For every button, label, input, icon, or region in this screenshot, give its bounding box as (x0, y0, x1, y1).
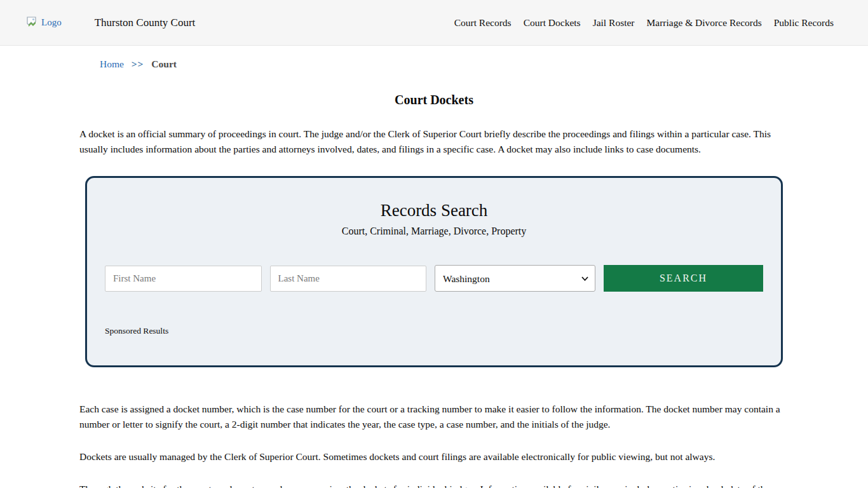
nav-jail-roster[interactable]: Jail Roster (593, 17, 635, 29)
main-content: Home >> Court Court Dockets A docket is … (79, 58, 789, 488)
records-search-subtitle: Court, Criminal, Marriage, Divorce, Prop… (105, 226, 763, 237)
records-search-panel: Records Search Court, Criminal, Marriage… (85, 176, 783, 367)
intro-paragraph: A docket is an official summary of proce… (79, 126, 789, 157)
clerk-paragraph: Dockets are usually managed by the Clerk… (79, 449, 789, 464)
records-search-title: Records Search (105, 201, 763, 220)
last-name-input[interactable] (270, 266, 427, 292)
nav-court-dockets[interactable]: Court Dockets (524, 17, 581, 29)
website-paragraph: Through the website for the courts and c… (79, 482, 789, 488)
main-nav: Court Records Court Dockets Jail Roster … (454, 17, 834, 29)
nav-court-records[interactable]: Court Records (454, 17, 512, 29)
search-button[interactable]: SEARCH (604, 265, 763, 292)
site-header: Logo Thurston County Court Court Records… (0, 0, 868, 46)
page-title: Court Dockets (79, 93, 789, 107)
state-select-wrapper: Washington (435, 265, 595, 292)
site-title: Thurston County Court (95, 17, 196, 29)
breadcrumb-current: Court (151, 58, 177, 69)
nav-public-records[interactable]: Public Records (774, 17, 834, 29)
nav-marriage-divorce-records[interactable]: Marriage & Divorce Records (647, 17, 762, 29)
sponsored-results-label: Sponsored Results (105, 326, 763, 336)
breadcrumb-separator: >> (132, 58, 144, 69)
state-select[interactable]: Washington (435, 265, 595, 292)
breadcrumb: Home >> Court (79, 58, 789, 70)
breadcrumb-home-link[interactable]: Home (100, 58, 124, 69)
records-search-form: Washington SEARCH (105, 265, 763, 292)
logo-alt-text: Logo (41, 17, 62, 28)
broken-image-icon (25, 16, 39, 30)
brand[interactable]: Logo Thurston County Court (25, 16, 195, 30)
first-name-input[interactable] (105, 266, 262, 292)
broken-logo-image: Logo (25, 16, 62, 30)
docket-number-paragraph: Each case is assigned a docket number, w… (79, 402, 789, 432)
